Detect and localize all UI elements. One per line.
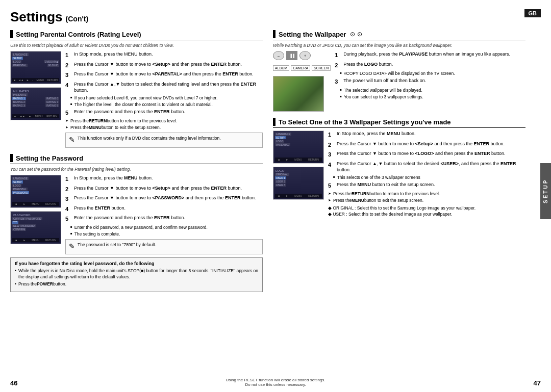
password-images: LANGUAGE SETUP LOGO PARENTAL — [10, 175, 61, 254]
wallpaper-header: Setting the Wallpaper ⊙ ⊙ — [273, 30, 525, 40]
extra-2: USER : Select this to set the desired im… — [333, 212, 452, 217]
parental-instructions: 1 In Stop mode, press the MENU button. 2… — [65, 51, 263, 148]
wallpaper-images: – ▐▐ + ALBUM CAMERA SCREEN — [273, 51, 331, 112]
section-bar-4 — [273, 118, 276, 126]
wallpaper-icons: ⊙ ⊙ — [350, 31, 362, 38]
warning-bullet-1: While the player is in No Disc mode, hol… — [15, 268, 258, 280]
left-column: Setting Parental Controls (Rating Level)… — [10, 30, 263, 373]
section-bar — [10, 30, 13, 38]
wp-bullets-2: «COPY LOGO DATA» will be displayed on th… — [340, 71, 525, 76]
note-box-2: ✎ The password is set to "7890" by defau… — [65, 239, 263, 254]
select-wallpaper-header: To Select One of the 3 Wallpaper Setting… — [273, 118, 525, 128]
wallpaper-intro: While watching a DVD or JPEG CD, you can… — [273, 43, 525, 48]
arrow-2: Press the MENU button to exit the setup … — [65, 125, 263, 130]
warning-bullet-2: Press the POWER button. — [15, 281, 258, 288]
bullet-2: The higher the level, the closer the con… — [70, 102, 263, 108]
pwd-step-5: 5 Enter the password and then press the … — [65, 215, 263, 223]
sw-arrow-1: Press the RETURN button to return to the… — [328, 191, 525, 197]
select-wallpaper-images: LANGUAGE SETUP LOGO PARENTAL — [273, 130, 324, 218]
wp-bullet-3a: The selected wallpaper will be displayed… — [340, 88, 525, 93]
step-2: 2 Press the Cursor ▼ button to move to <… — [65, 61, 263, 70]
wallpaper-content: – ▐▐ + ALBUM CAMERA SCREEN 1 — [273, 51, 525, 112]
wp-bullet-2a: «COPY LOGO DATA» will be displayed on th… — [340, 71, 525, 76]
sw-arrow-2: Press the MENU button to exit the setup … — [328, 198, 525, 203]
password-instructions: 1 In Stop mode, press the MENU button. 2… — [65, 175, 263, 254]
wallpaper-section: Setting the Wallpaper ⊙ ⊙ While watching… — [273, 30, 525, 112]
dvd-image-6: LOGO ORIGINAL USER 1 USER 2 — [273, 167, 324, 200]
page-container: GB Settings (Con't) Setting Parental Con… — [0, 0, 551, 392]
extra-1: ORIGINAL : Select this to set the Samsun… — [333, 205, 475, 211]
pwd-bullet-2: The setting is complete. — [70, 231, 263, 237]
wp-step-1: 1 During playback, press the PLAY/PAUSE … — [335, 51, 525, 60]
dvd-image-2: ALL RATES PARENTAL RATING 1 RATING 6 RAT… — [10, 87, 61, 120]
dvd-image-4: PASSWORD CURRENT PASSWORD **** NEW PASSW… — [10, 211, 61, 244]
select-wallpaper-title: To Select One of the 3 Wallpaper Setting… — [279, 118, 451, 126]
note-box-1: ✎ This function works only if a DVD disc… — [65, 133, 263, 148]
dvd-image-1: LANGUAGE SETUP LOGO DVDDATA■ — [10, 51, 61, 84]
sw-step-5: 5 Press the MENU button to exit the setu… — [328, 181, 525, 190]
note-text-2: The password is set to "7890" by default… — [78, 242, 156, 248]
wp-step-2: 2 Press the LOGO button. — [335, 61, 525, 70]
dvd-image-3: LANGUAGE SETUP LOGO PARENTAL — [10, 175, 61, 208]
step-1: 1 In Stop mode, press the MENU button. — [65, 51, 263, 60]
page-subtitle: (Con't) — [66, 15, 89, 23]
password-content: LANGUAGE SETUP LOGO PARENTAL — [10, 175, 263, 254]
sw-step-4: 4 Press the Cursor ▲,▼ button to select … — [328, 161, 525, 173]
step4-bullets: If you have selected Level 6, you cannot… — [70, 95, 263, 108]
select-wallpaper-section: To Select One of the 3 Wallpaper Setting… — [273, 118, 525, 218]
footer-center: Using the RESET function will erase all … — [226, 378, 325, 387]
sw-step-3: 3 Press the Cursor ▼ button to move to <… — [328, 150, 525, 159]
page-header: Settings (Con't) — [10, 9, 541, 25]
pwd-step-1: 1 In Stop mode, press the MENU button. — [65, 175, 263, 184]
warning-title: If you have forgotten the rating level p… — [15, 261, 258, 266]
note-text-1: This function works only if a DVD disc c… — [78, 135, 221, 142]
footer-note-2: Do not use this unless necessary. — [226, 382, 325, 387]
step-4: 4 Press the Cursor ▲,▼ button to select … — [65, 81, 263, 94]
parental-controls-title: Setting Parental Controls (Rating Level) — [16, 31, 141, 38]
pwd-step-3: 3 Press the Cursor ▼ button to move to <… — [65, 195, 263, 203]
wp-bullets-3: The selected wallpaper will be displayed… — [340, 88, 525, 100]
parental-controls-header: Setting Parental Controls (Rating Level) — [10, 30, 263, 40]
bullet-1: If you have selected Level 6, you cannot… — [70, 95, 263, 101]
wallpaper-preview — [273, 76, 324, 112]
page-num-right: 47 — [534, 379, 541, 387]
dvd-image-5: LANGUAGE SETUP LOGO PARENTAL — [273, 130, 324, 164]
wp-bullet-3b: You can select up to 3 wallpaper setting… — [340, 94, 525, 100]
main-content: Setting Parental Controls (Rating Level)… — [10, 30, 541, 373]
password-title: Setting the Password — [16, 154, 83, 162]
setup-tab: SETUP — [540, 163, 551, 219]
pwd-step-2: 2 Press the Cursor ▼ button to move to <… — [65, 185, 263, 194]
sw-bullets-4: This selects one of the 3 wallpaper scre… — [333, 175, 525, 180]
page-footer: 46 Using the RESET function will erase a… — [10, 376, 541, 387]
pwd-bullets: Enter the old password, a new password, … — [70, 225, 263, 237]
password-intro: You can set the password for the Parenta… — [10, 167, 263, 172]
arrow-1: Press the RETURN button to return to the… — [65, 118, 263, 124]
wp-step-3: 3 The power will turn off and then back … — [335, 77, 525, 86]
parental-images: LANGUAGE SETUP LOGO DVDDATA■ — [10, 51, 61, 148]
page-num-left: 46 — [10, 379, 17, 387]
right-column: Setting the Wallpaper ⊙ ⊙ While watching… — [273, 30, 541, 373]
sw-step-1: 1 In Stop mode, press the MENU button. — [328, 130, 525, 139]
page-title: Settings — [10, 9, 63, 25]
footer-note-1: Using the RESET function will erase all … — [226, 378, 325, 382]
parental-intro: Use this to restrict playback of adult o… — [10, 43, 263, 48]
wallpaper-title: Setting the Wallpaper — [279, 31, 346, 38]
password-section: Setting the Password You can set the pas… — [10, 154, 263, 292]
sw-step-2: 2 Press the Cursor ▼ button to move to <… — [328, 141, 525, 149]
warning-text: While the player is in No Disc mode, hol… — [15, 268, 258, 288]
step-3: 3 Press the Cursor ▼ button to move to <… — [65, 71, 263, 80]
pwd-bullet-1: Enter the old password, a new password, … — [70, 225, 263, 230]
warning-box: If you have forgotten the rating level p… — [10, 257, 263, 292]
select-wallpaper-content: LANGUAGE SETUP LOGO PARENTAL — [273, 130, 525, 218]
section-bar-3 — [273, 30, 276, 38]
parental-controls-section: Setting Parental Controls (Rating Level)… — [10, 30, 263, 148]
wallpaper-instructions: 1 During playback, press the PLAY/PAUSE … — [335, 51, 525, 112]
pwd-step-4: 4 Press the ENTER button. — [65, 205, 263, 214]
select-wallpaper-instructions: 1 In Stop mode, press the MENU button. 2… — [328, 130, 525, 218]
step-5: 5 Enter the password and then press the … — [65, 109, 263, 117]
password-header: Setting the Password — [10, 154, 263, 164]
sw-bullet-4a: This selects one of the 3 wallpaper scre… — [333, 175, 525, 180]
section-bar-2 — [10, 154, 13, 162]
parental-content: LANGUAGE SETUP LOGO DVDDATA■ — [10, 51, 263, 148]
gb-badge: GB — [524, 9, 541, 17]
